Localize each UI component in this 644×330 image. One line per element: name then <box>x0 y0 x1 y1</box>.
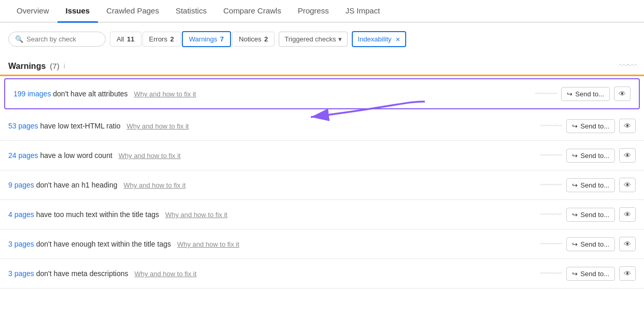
issue-description-3: have a low word count <box>40 151 112 160</box>
search-icon: 🔍 <box>15 35 23 43</box>
eye-icon-4: 👁 <box>624 181 631 189</box>
fix-link-4[interactable]: Why and how to fix it <box>123 181 185 189</box>
wave-sparkline-5: 〰〰〰 <box>540 210 562 219</box>
issue-description-1: don't have alt attributes <box>53 90 127 98</box>
share-icon-7: ↪ <box>572 270 578 278</box>
nav-issues[interactable]: Issues <box>58 0 98 23</box>
issue-row-7: 3 pages don't have meta descriptions Why… <box>0 259 644 289</box>
issue-row-3: 24 pages have a low word count Why and h… <box>0 141 644 170</box>
wave-sparkline-7: 〰〰〰 <box>540 269 562 278</box>
issue-link-1[interactable]: 199 images <box>13 90 51 98</box>
issue-text-2: 53 pages have low text-HTML ratio Why an… <box>8 122 536 130</box>
issue-row-2: 53 pages have low text-HTML ratio Why an… <box>0 111 644 141</box>
issue-link-6[interactable]: 3 pages <box>8 240 34 248</box>
filter-group: All 11 Errors 2 Warnings 7 Notices 2 <box>110 31 275 47</box>
share-icon-3: ↪ <box>572 152 578 160</box>
filter-all[interactable]: All 11 <box>110 32 141 47</box>
fix-link-5[interactable]: Why and how to fix it <box>165 211 227 219</box>
fix-link-1[interactable]: Why and how to fix it <box>134 90 196 98</box>
issue-description-6: don't have enough text within the title … <box>36 240 171 248</box>
section-wave-decoration: 〰〰 <box>619 61 636 71</box>
triggered-checks-dropdown[interactable]: Triggered checks ▾ <box>279 32 347 47</box>
issue-text-5: 4 pages have too much text within the ti… <box>8 210 536 219</box>
send-button-1[interactable]: ↪ Send to... <box>561 87 610 101</box>
fix-link-3[interactable]: Why and how to fix it <box>119 152 181 160</box>
issue-link-2[interactable]: 53 pages <box>8 122 38 130</box>
nav-js-impact[interactable]: JS Impact <box>337 0 389 23</box>
eye-button-6[interactable]: 👁 <box>619 237 636 251</box>
issue-link-7[interactable]: 3 pages <box>8 269 34 278</box>
wave-sparkline-2: 〰〰〰 <box>540 122 562 130</box>
share-icon-1: ↪ <box>567 90 573 98</box>
wave-sparkline-6: 〰〰〰 <box>540 240 562 248</box>
eye-icon-5: 👁 <box>624 210 631 219</box>
issue-link-5[interactable]: 4 pages <box>8 210 34 219</box>
eye-button-4[interactable]: 👁 <box>619 178 636 192</box>
issues-list: 199 images don't have alt attributes Why… <box>0 78 644 289</box>
chevron-down-icon: ▾ <box>338 35 342 43</box>
nav-crawled-pages[interactable]: Crawled Pages <box>98 0 167 23</box>
send-button-2[interactable]: ↪ Send to... <box>566 119 615 133</box>
wave-sparkline-4: 〰〰〰 <box>540 181 562 189</box>
issue-link-3[interactable]: 24 pages <box>8 151 38 160</box>
send-button-5[interactable]: ↪ Send to... <box>566 208 615 222</box>
eye-icon-7: 👁 <box>624 269 631 278</box>
send-button-4[interactable]: ↪ Send to... <box>566 178 615 192</box>
fix-link-2[interactable]: Why and how to fix it <box>126 122 189 130</box>
eye-button-7[interactable]: 👁 <box>619 266 636 281</box>
issue-row-4: 9 pages don't have an h1 heading Why and… <box>0 170 644 200</box>
eye-button-3[interactable]: 👁 <box>619 148 636 163</box>
issue-text-1: 199 images don't have alt attributes Why… <box>13 90 531 98</box>
filter-bar: 🔍 All 11 Errors 2 Warnings 7 Notices 2 T… <box>0 23 644 55</box>
fix-link-6[interactable]: Why and how to fix it <box>177 240 239 248</box>
issue-row-1: 199 images don't have alt attributes Why… <box>4 78 640 109</box>
issue-description-7: don't have meta descriptions <box>36 269 128 278</box>
issue-link-4[interactable]: 9 pages <box>8 181 34 189</box>
issue-row-6: 3 pages don't have enough text within th… <box>0 229 644 259</box>
eye-icon-1: 👁 <box>619 90 626 98</box>
filter-warnings[interactable]: Warnings 7 <box>182 31 231 47</box>
nav-statistics[interactable]: Statistics <box>167 0 215 23</box>
eye-icon-6: 👁 <box>624 240 631 248</box>
info-icon[interactable]: i <box>64 62 65 70</box>
share-icon-2: ↪ <box>572 122 578 130</box>
issue-description-5: have too much text within the title tags <box>36 210 159 219</box>
wave-sparkline-1: 〰〰〰 <box>535 90 557 98</box>
issue-text-6: 3 pages don't have enough text within th… <box>8 240 536 248</box>
issue-row-5: 4 pages have too much text within the ti… <box>0 200 644 229</box>
share-icon-6: ↪ <box>572 240 578 248</box>
eye-button-1[interactable]: 👁 <box>614 87 631 101</box>
eye-icon-3: 👁 <box>624 151 631 160</box>
share-icon-5: ↪ <box>572 211 578 219</box>
wave-sparkline-3: 〰〰〰 <box>540 151 562 160</box>
eye-button-2[interactable]: 👁 <box>619 119 636 133</box>
triggered-checks-label: Triggered checks <box>284 35 336 43</box>
search-box[interactable]: 🔍 <box>8 32 106 47</box>
eye-button-5[interactable]: 👁 <box>619 207 636 222</box>
section-header: Warnings (7) i 〰〰 <box>0 55 644 76</box>
remove-filter-button[interactable]: × <box>396 35 400 44</box>
top-navigation: Overview Issues Crawled Pages Statistics… <box>0 0 644 23</box>
active-filter-indexability: Indexability × <box>352 31 407 47</box>
issue-description-4: don't have an h1 heading <box>36 181 118 189</box>
share-icon-4: ↪ <box>572 181 578 189</box>
issue-text-4: 9 pages don't have an h1 heading Why and… <box>8 181 536 189</box>
send-button-3[interactable]: ↪ Send to... <box>566 149 615 163</box>
nav-overview[interactable]: Overview <box>8 0 58 23</box>
eye-icon-2: 👁 <box>624 122 631 130</box>
nav-progress[interactable]: Progress <box>290 0 337 23</box>
filter-notices[interactable]: Notices 2 <box>232 32 275 47</box>
issue-text-3: 24 pages have a low word count Why and h… <box>8 151 536 160</box>
search-input[interactable] <box>26 35 99 43</box>
active-filter-label: Indexability <box>358 35 392 43</box>
section-title: Warnings <box>8 62 46 71</box>
issue-text-7: 3 pages don't have meta descriptions Why… <box>8 269 536 278</box>
nav-compare-crawls[interactable]: Compare Crawls <box>215 0 290 23</box>
fix-link-7[interactable]: Why and how to fix it <box>134 270 196 278</box>
section-count: (7) <box>50 62 59 70</box>
issue-description-2: have low text-HTML ratio <box>40 122 121 130</box>
send-button-7[interactable]: ↪ Send to... <box>566 267 615 281</box>
send-button-6[interactable]: ↪ Send to... <box>566 237 615 251</box>
filter-errors[interactable]: Errors 2 <box>142 32 181 47</box>
